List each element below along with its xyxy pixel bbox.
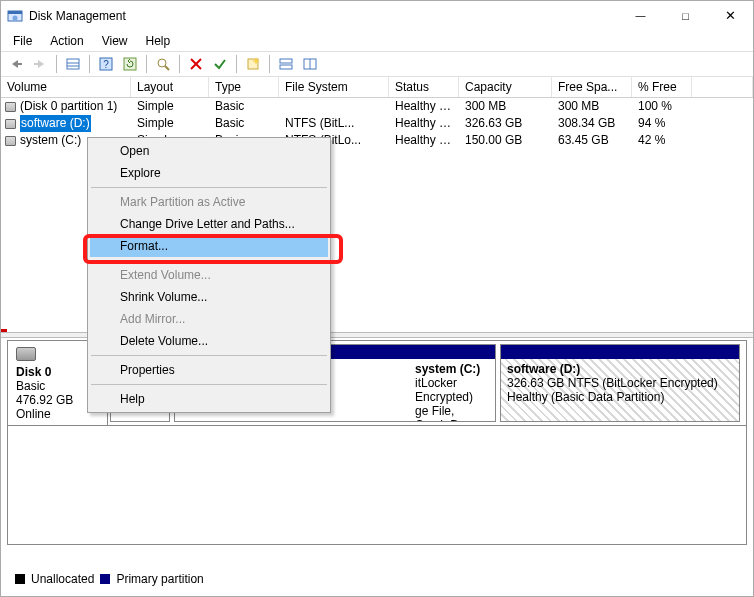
table-row[interactable]: software (D:)SimpleBasicNTFS (BitL...Hea… — [1, 115, 753, 132]
back-button[interactable] — [5, 53, 27, 75]
svg-rect-16 — [280, 59, 292, 63]
help-icon[interactable]: ? — [95, 53, 117, 75]
col-status[interactable]: Status — [389, 77, 459, 97]
delete-icon[interactable] — [185, 53, 207, 75]
disk-icon — [16, 347, 36, 361]
menu-help[interactable]: Help — [138, 32, 179, 50]
volume-icon — [5, 102, 16, 112]
volume-name: system (C:) — [20, 132, 81, 149]
svg-point-11 — [158, 59, 166, 67]
toolbar: ? — [1, 51, 753, 77]
scroll-marker — [1, 329, 7, 332]
partition-line: ge File, Crash Dump, Basic I — [415, 404, 489, 421]
menu-item-mark-partition-as-active: Mark Partition as Active — [90, 191, 328, 213]
swatch-unallocated — [15, 574, 25, 584]
volume-name: software (D:) — [20, 115, 91, 132]
svg-point-2 — [13, 16, 18, 21]
menu-item-change-drive-letter-and-paths[interactable]: Change Drive Letter and Paths... — [90, 213, 328, 235]
menubar: File Action View Help — [1, 31, 753, 51]
partition-line: itLocker Encrypted) — [415, 376, 489, 404]
minimize-button[interactable]: — — [618, 1, 663, 30]
menu-item-format[interactable]: Format... — [90, 235, 328, 257]
partition-title: system (C:) — [415, 362, 489, 376]
partition-line: Healthy (Basic Data Partition) — [507, 390, 733, 404]
svg-rect-10 — [124, 58, 136, 70]
layout2-icon[interactable] — [299, 53, 321, 75]
menu-action[interactable]: Action — [42, 32, 91, 50]
window-title: Disk Management — [29, 9, 126, 23]
check-icon[interactable] — [209, 53, 231, 75]
svg-rect-17 — [280, 65, 292, 69]
legend-primary: Primary partition — [116, 572, 203, 586]
swatch-primary — [100, 574, 110, 584]
volume-icon — [5, 136, 16, 146]
legend: Unallocated Primary partition — [7, 568, 212, 590]
col-pctfree[interactable]: % Free — [632, 77, 692, 97]
menu-item-open[interactable]: Open — [90, 140, 328, 162]
menu-separator — [91, 260, 327, 261]
menu-item-shrink-volume[interactable]: Shrink Volume... — [90, 286, 328, 308]
partition-2-selected[interactable]: software (D:) 326.63 GB NTFS (BitLocker … — [500, 344, 740, 422]
menu-view[interactable]: View — [94, 32, 136, 50]
col-end — [692, 77, 753, 97]
partition-stripe — [501, 345, 739, 359]
svg-rect-5 — [67, 59, 79, 69]
toolbar-table-icon[interactable] — [62, 53, 84, 75]
col-freespace[interactable]: Free Spa... — [552, 77, 632, 97]
menu-item-properties[interactable]: Properties — [90, 359, 328, 381]
svg-rect-4 — [34, 63, 38, 65]
menu-item-delete-volume[interactable]: Delete Volume... — [90, 330, 328, 352]
menu-item-help[interactable]: Help — [90, 388, 328, 410]
find-icon[interactable] — [152, 53, 174, 75]
partition-title: software (D:) — [507, 362, 733, 376]
column-header: Volume Layout Type File System Status Ca… — [1, 77, 753, 98]
col-layout[interactable]: Layout — [131, 77, 209, 97]
menu-separator — [91, 187, 327, 188]
svg-text:?: ? — [103, 59, 109, 70]
forward-button[interactable] — [29, 53, 51, 75]
col-volume[interactable]: Volume — [1, 77, 131, 97]
volume-icon — [5, 119, 16, 129]
svg-line-12 — [165, 66, 169, 70]
col-filesystem[interactable]: File System — [279, 77, 389, 97]
refresh-icon[interactable] — [119, 53, 141, 75]
legend-unallocated: Unallocated — [31, 572, 94, 586]
menu-separator — [91, 384, 327, 385]
maximize-button[interactable]: □ — [663, 1, 708, 30]
volume-name: (Disk 0 partition 1) — [20, 98, 117, 115]
layout1-icon[interactable] — [275, 53, 297, 75]
close-button[interactable]: ✕ — [708, 1, 753, 30]
partition-line: 326.63 GB NTFS (BitLocker Encrypted) — [507, 376, 733, 390]
col-type[interactable]: Type — [209, 77, 279, 97]
menu-item-add-mirror: Add Mirror... — [90, 308, 328, 330]
menu-item-extend-volume: Extend Volume... — [90, 264, 328, 286]
app-icon — [7, 8, 23, 24]
menu-item-explore[interactable]: Explore — [90, 162, 328, 184]
new-icon[interactable] — [242, 53, 264, 75]
menu-file[interactable]: File — [5, 32, 40, 50]
table-row[interactable]: (Disk 0 partition 1)SimpleBasicHealthy (… — [1, 98, 753, 115]
svg-rect-1 — [8, 11, 22, 14]
titlebar: Disk Management — □ ✕ — [1, 1, 753, 31]
svg-rect-3 — [18, 63, 22, 65]
context-menu: OpenExploreMark Partition as ActiveChang… — [87, 137, 331, 413]
col-capacity[interactable]: Capacity — [459, 77, 552, 97]
menu-separator — [91, 355, 327, 356]
